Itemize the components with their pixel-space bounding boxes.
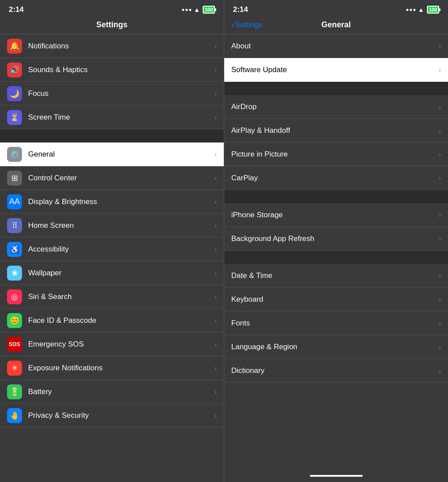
signal-dots [182,9,191,11]
settings-item-emergency[interactable]: SOSEmergency SOS› [0,332,224,356]
general-item-airplay[interactable]: AirPlay & Handoff› [224,119,448,142]
settings-item-privacy[interactable]: 🤚Privacy & Security› [0,404,224,427]
general-item-carplay[interactable]: CarPlay› [224,166,448,190]
general-item-dictionary[interactable]: Dictionary› [224,359,448,383]
screen-time-label: Screen Time [28,113,215,122]
notifications-chevron: › [215,42,217,50]
general-item-iphone-storage[interactable]: iPhone Storage› [224,203,448,227]
battery-chevron: › [215,388,217,395]
language-region-label: Language & Region [231,343,439,351]
general-item-software-update[interactable]: Software Update› [224,58,448,82]
pip-label: Picture in Picture [231,150,439,159]
back-chevron-icon: ‹ [231,20,234,29]
focus-label: Focus [28,89,215,98]
airplay-chevron: › [439,127,441,134]
faceid-chevron: › [215,317,217,324]
left-panel: 2:14 ▲ 100 Settings 🔔Notifications›🔊Soun… [0,0,224,482]
sounds-chevron: › [215,66,217,73]
about-label: About [231,42,439,51]
settings-item-accessibility[interactable]: ♿Accessibility› [0,237,224,261]
general-item-keyboard[interactable]: Keyboard› [224,288,448,311]
airdrop-label: AirDrop [231,102,439,111]
battery-icon: 🔋 [7,384,22,399]
settings-item-wallpaper[interactable]: ❀Wallpaper› [0,261,224,285]
general-item-date-time[interactable]: Date & Time› [224,264,448,288]
settings-item-control-center[interactable]: ⊞Control Center› [0,166,224,190]
left-nav-header: Settings [0,17,224,34]
airdrop-chevron: › [439,103,441,110]
settings-item-battery[interactable]: 🔋Battery› [0,380,224,404]
wallpaper-chevron: › [215,269,217,277]
right-nav-title: General [271,20,401,29]
emergency-chevron: › [215,340,217,348]
group-separator-1 [0,129,224,142]
siri-icon: ◎ [7,289,22,304]
exposure-label: Exposure Notifications [28,364,215,372]
settings-item-sounds[interactable]: 🔊Sounds & Haptics› [0,58,224,82]
screen-time-icon: ⏳ [7,110,22,125]
right-group-sep-1 [224,82,448,95]
control-center-icon: ⊞ [7,171,22,186]
settings-item-notifications[interactable]: 🔔Notifications› [0,34,224,58]
carplay-label: CarPlay [231,174,439,183]
right-battery-indicator: 100 [427,6,439,14]
dictionary-chevron: › [439,367,441,374]
home-indicator [310,475,363,477]
dot3 [413,9,415,11]
dot2 [186,9,188,11]
wallpaper-label: Wallpaper [28,269,215,278]
right-panel: 2:14 ▲ 100 ‹ Settings General About›Soft… [224,0,448,482]
settings-item-home-screen[interactable]: ⠿Home Screen› [0,214,224,237]
keyboard-chevron: › [439,296,441,303]
battery-indicator: 100 [203,6,215,14]
settings-item-faceid[interactable]: 😊Face ID & Passcode› [0,309,224,332]
software-update-chevron: › [439,66,441,73]
siri-chevron: › [215,293,217,300]
control-center-chevron: › [215,174,217,182]
wifi-icon: ▲ [194,6,200,13]
date-time-chevron: › [439,272,441,279]
home-screen-icon: ⠿ [7,218,22,233]
back-button[interactable]: ‹ Settings [231,21,271,29]
battery-tip [215,8,216,11]
right-nav-header: ‹ Settings General [224,17,448,34]
screen-time-chevron: › [215,113,217,121]
faceid-icon: 😊 [7,313,22,328]
dot1 [182,9,184,11]
pip-chevron: › [439,150,441,158]
dictionary-label: Dictionary [231,366,439,375]
accessibility-label: Accessibility [28,245,215,254]
general-item-background-refresh[interactable]: Background App Refresh› [224,227,448,251]
settings-item-siri[interactable]: ◎Siri & Search› [0,285,224,309]
general-item-language-region[interactable]: Language & Region› [224,335,448,359]
privacy-icon: 🤚 [7,408,22,423]
sounds-icon: 🔊 [7,62,22,77]
background-refresh-label: Background App Refresh [231,234,439,243]
left-status-bar: 2:14 ▲ 100 [0,0,224,17]
battery-label: Battery [28,387,215,396]
settings-item-display[interactable]: AADisplay & Brightness› [0,190,224,214]
general-item-airdrop[interactable]: AirDrop› [224,95,448,119]
iphone-storage-label: iPhone Storage [231,211,439,219]
display-chevron: › [215,198,217,205]
general-label: General [28,150,215,159]
settings-item-general[interactable]: ⚙️General› [0,142,224,166]
software-update-label: Software Update [231,66,439,74]
back-label: Settings [235,21,262,29]
date-time-label: Date & Time [231,271,439,280]
right-status-icons: ▲ 100 [406,6,439,14]
home-screen-label: Home Screen [28,221,215,230]
sounds-label: Sounds & Haptics [28,66,215,74]
settings-item-focus[interactable]: 🌙Focus› [0,82,224,106]
display-label: Display & Brightness [28,197,215,206]
settings-item-screen-time[interactable]: ⏳Screen Time› [0,106,224,129]
dot2 [410,9,412,11]
left-settings-list: 🔔Notifications›🔊Sounds & Haptics›🌙Focus›… [0,34,224,482]
focus-icon: 🌙 [7,86,22,101]
general-item-about[interactable]: About› [224,34,448,58]
general-item-pip[interactable]: Picture in Picture› [224,142,448,166]
fonts-chevron: › [439,319,441,327]
general-item-fonts[interactable]: Fonts› [224,311,448,335]
control-center-label: Control Center [28,174,215,183]
settings-item-exposure[interactable]: ✳Exposure Notifications› [0,356,224,380]
